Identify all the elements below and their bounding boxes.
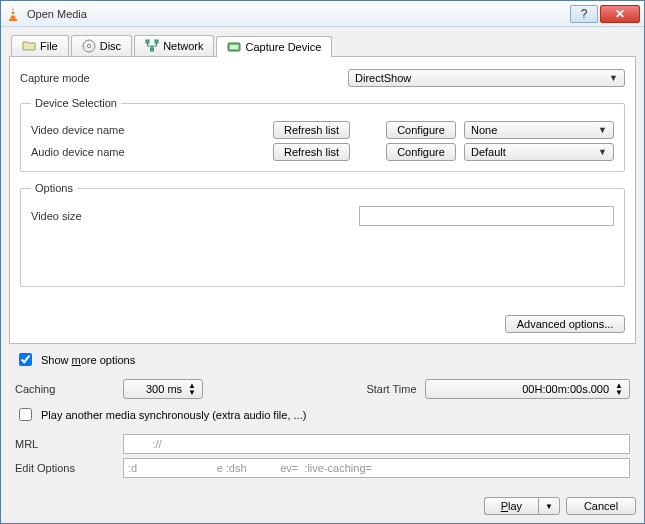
start-time-value: 00H:00m:00s.000: [522, 383, 609, 395]
caching-spinner[interactable]: 300 ms ▲▼: [123, 379, 203, 399]
video-device-label: Video device name: [31, 124, 265, 136]
audio-device-label: Audio device name: [31, 146, 265, 158]
titlebar: Open Media ? ✕: [1, 1, 644, 27]
capture-device-icon: [227, 40, 241, 54]
video-device-row: Video device name Refresh list Configure…: [31, 121, 614, 139]
svg-point-5: [87, 44, 90, 47]
audio-device-row: Audio device name Refresh list Configure…: [31, 143, 614, 161]
folder-icon: [22, 39, 36, 53]
audio-refresh-button[interactable]: Refresh list: [273, 143, 350, 161]
svg-rect-6: [146, 40, 149, 43]
device-selection-legend: Device Selection: [31, 97, 121, 109]
dialog-content: File Disc Network Capture Device Capture…: [1, 27, 644, 489]
mrl-row: MRL: [15, 434, 630, 454]
open-media-dialog: Open Media ? ✕ File Disc Network Capture…: [0, 0, 645, 524]
caching-starttime-row: Caching 300 ms ▲▼ Start Time 00H:00m:00s…: [15, 379, 630, 399]
dialog-footer: PPlaylay ▼ Cancel: [1, 489, 644, 523]
more-options-area: Show more options Caching 300 ms ▲▼ Star…: [9, 344, 636, 482]
svg-rect-8: [151, 48, 154, 51]
show-more-options-checkbox[interactable]: Show more options: [15, 350, 630, 369]
edit-options-label: Edit Options: [15, 462, 115, 474]
audio-configure-button[interactable]: Configure: [386, 143, 456, 161]
edit-options-row: Edit Options: [15, 458, 630, 478]
play-another-input[interactable]: [19, 408, 32, 421]
video-refresh-button[interactable]: Refresh list: [273, 121, 350, 139]
start-time-spinner[interactable]: 00H:00m:00s.000 ▲▼: [425, 379, 631, 399]
chevron-down-icon: ▼: [598, 147, 607, 157]
svg-rect-10: [230, 45, 238, 49]
tab-disc[interactable]: Disc: [71, 35, 132, 56]
video-configure-button[interactable]: Configure: [386, 121, 456, 139]
edit-options-input[interactable]: [123, 458, 630, 478]
video-device-select[interactable]: None ▼: [464, 121, 614, 139]
play-dropdown-button[interactable]: ▼: [538, 497, 560, 515]
tab-label: File: [40, 40, 58, 52]
advanced-row: Advanced options...: [20, 315, 625, 333]
play-split-button: PPlaylay ▼: [484, 497, 560, 515]
mrl-input[interactable]: [123, 434, 630, 454]
play-button[interactable]: PPlaylay: [484, 497, 538, 515]
svg-rect-2: [11, 10, 15, 11]
chevron-down-icon: ▼: [598, 125, 607, 135]
network-icon: [145, 39, 159, 53]
show-more-options-input[interactable]: [19, 353, 32, 366]
video-size-row: Video size: [31, 206, 614, 226]
tab-file[interactable]: File: [11, 35, 69, 56]
start-time-label: Start Time: [337, 383, 417, 395]
tab-bar: File Disc Network Capture Device: [9, 35, 636, 56]
svg-rect-7: [155, 40, 158, 43]
tab-label: Disc: [100, 40, 121, 52]
tab-label: Capture Device: [245, 41, 321, 53]
tab-capture-device[interactable]: Capture Device: [216, 36, 332, 57]
video-size-input[interactable]: [359, 206, 614, 226]
play-another-checkbox[interactable]: Play another media synchronously (extra …: [15, 405, 630, 424]
svg-rect-1: [9, 19, 17, 21]
window-title: Open Media: [27, 8, 570, 20]
options-legend: Options: [31, 182, 77, 194]
window-buttons: ? ✕: [570, 5, 640, 23]
tab-network[interactable]: Network: [134, 35, 214, 56]
disc-icon: [82, 39, 96, 53]
audio-device-value: Default: [471, 146, 506, 158]
caching-value: 300 ms: [146, 383, 182, 395]
capture-mode-label: Capture mode: [20, 72, 340, 84]
chevron-down-icon: ▼: [545, 502, 553, 511]
options-group: Options Video size: [20, 182, 625, 287]
chevron-down-icon: ▼: [609, 73, 618, 83]
spinner-arrows-icon: ▲▼: [188, 382, 196, 396]
capture-mode-row: Capture mode DirectShow ▼: [20, 69, 625, 87]
mrl-label: MRL: [15, 438, 115, 450]
caching-label: Caching: [15, 383, 115, 395]
spinner-arrows-icon: ▲▼: [615, 382, 623, 396]
video-device-value: None: [471, 124, 497, 136]
device-selection-group: Device Selection Video device name Refre…: [20, 97, 625, 172]
capture-mode-value: DirectShow: [355, 72, 411, 84]
show-more-options-label: Show more options: [41, 354, 135, 366]
tab-label: Network: [163, 40, 203, 52]
svg-rect-3: [10, 14, 15, 15]
play-another-label: Play another media synchronously (extra …: [41, 409, 306, 421]
advanced-options-button[interactable]: Advanced options...: [505, 315, 625, 333]
audio-device-select[interactable]: Default ▼: [464, 143, 614, 161]
cancel-button[interactable]: Cancel: [566, 497, 636, 515]
video-size-label: Video size: [31, 210, 351, 222]
vlc-cone-icon: [5, 6, 21, 22]
capture-panel: Capture mode DirectShow ▼ Device Selecti…: [9, 56, 636, 344]
svg-marker-0: [10, 7, 16, 20]
help-button[interactable]: ?: [570, 5, 598, 23]
close-button[interactable]: ✕: [600, 5, 640, 23]
capture-mode-select[interactable]: DirectShow ▼: [348, 69, 625, 87]
